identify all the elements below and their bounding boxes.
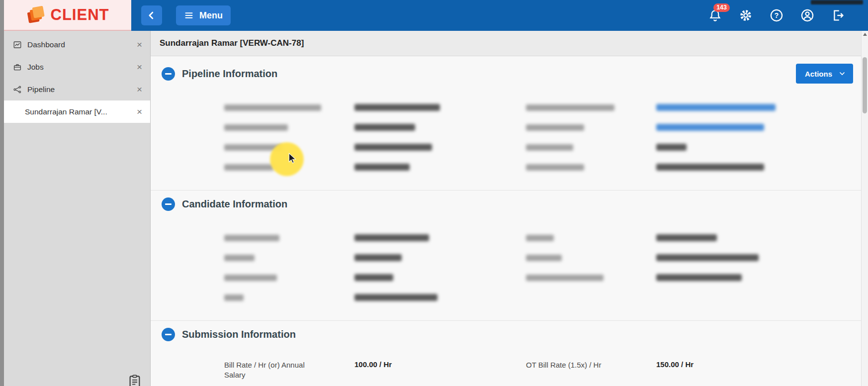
blurred-link-value[interactable] — [656, 124, 764, 131]
field-value: 100.00 / Hr — [354, 360, 392, 369]
blurred-field-row — [151, 118, 868, 138]
blurred-field-value — [354, 294, 437, 301]
blurred-field-label — [224, 164, 274, 171]
blurred-field-label — [224, 144, 282, 151]
close-icon[interactable]: × — [136, 107, 143, 116]
blurred-field-label — [224, 275, 277, 281]
scroll-up-arrow[interactable] — [863, 33, 867, 36]
blurred-field-label — [526, 124, 584, 131]
actions-button[interactable]: Actions — [796, 64, 853, 84]
sidebar-item-candidate-tab[interactable]: Sundarrajan Ramar [V... × — [4, 100, 150, 123]
sidebar-item-dashboard[interactable]: Dashboard × — [4, 33, 150, 56]
section-divider — [151, 190, 868, 191]
application-window: CLIENT Menu 143 — [0, 0, 868, 386]
blurred-link-value[interactable] — [656, 104, 776, 111]
menu-label: Menu — [199, 10, 223, 21]
sidebar-item-label: Dashboard — [27, 40, 65, 49]
brand-name: CLIENT — [51, 6, 109, 24]
hamburger-icon — [184, 10, 194, 20]
topbar-icon-group: 143 ? — [707, 7, 846, 23]
actions-label: Actions — [805, 70, 832, 78]
vertical-scrollbar[interactable] — [861, 31, 868, 386]
section-title: Candidate Information — [182, 198, 287, 210]
chevron-down-icon — [838, 70, 846, 78]
blurred-field-label — [224, 104, 321, 111]
blurred-field-row — [151, 269, 868, 289]
blurred-field-value — [656, 274, 742, 281]
blurred-field-row — [151, 138, 868, 158]
blurred-field-label — [526, 104, 614, 111]
sidebar-item-jobs[interactable]: Jobs × — [4, 56, 150, 78]
blurred-field-value — [354, 274, 393, 281]
section-divider — [151, 320, 868, 321]
logout-button[interactable] — [830, 7, 846, 23]
close-icon[interactable]: × — [136, 62, 143, 72]
notification-count-badge: 143 — [713, 3, 730, 12]
notifications-button[interactable]: 143 — [707, 7, 723, 23]
blurred-field-value — [354, 104, 440, 111]
submission-field-row: Bill Rate / Hr (or) Annual Salary 100.00… — [151, 359, 868, 380]
section-submission-information: Submission Information — [151, 323, 868, 346]
submission-fields: Bill Rate / Hr (or) Annual Salary 100.00… — [151, 359, 868, 380]
question-mark-icon: ? — [770, 8, 783, 22]
blurred-field-value — [354, 144, 432, 151]
blurred-field-row — [151, 289, 868, 308]
blurred-field-label — [526, 144, 573, 151]
sidebar-item-label: Pipeline — [27, 85, 55, 94]
pipeline-fields — [151, 98, 868, 178]
blurred-field-value — [354, 234, 429, 241]
left-edge-strip — [0, 0, 4, 386]
svg-text:?: ? — [775, 11, 779, 19]
chevron-left-icon — [146, 10, 157, 21]
client-logo-icon — [26, 5, 46, 25]
dashboard-chart-icon — [13, 40, 22, 49]
back-button[interactable] — [141, 5, 162, 25]
candidate-fields — [151, 229, 868, 308]
field-label: Bill Rate / Hr (or) Annual Salary — [224, 360, 321, 380]
pipeline-flow-icon — [13, 85, 22, 94]
page-title: Sundarrajan Ramar [VERW-CAN-78] — [151, 31, 868, 56]
field-label: OT Bill Rate (1.5x) / Hr — [526, 360, 601, 370]
profile-button[interactable] — [799, 7, 815, 23]
collapse-icon[interactable] — [162, 67, 175, 81]
partial-username-text — [811, 0, 863, 4]
close-icon[interactable]: × — [136, 85, 143, 94]
clipboard-icon[interactable] — [127, 374, 142, 386]
field-value: 150.00 / Hr — [656, 360, 694, 369]
logout-icon — [831, 8, 845, 22]
blurred-field-value — [354, 124, 415, 131]
blurred-field-label — [224, 294, 244, 301]
main-content: Sundarrajan Ramar [VERW-CAN-78] Pipeline… — [151, 31, 868, 386]
brand-logo[interactable]: CLIENT — [4, 0, 131, 31]
blurred-field-label — [224, 255, 255, 261]
section-candidate-information: Candidate Information — [151, 193, 868, 215]
blurred-field-label — [526, 255, 562, 261]
section-pipeline-information: Pipeline Information Actions — [151, 62, 868, 85]
sidebar-item-pipeline[interactable]: Pipeline × — [4, 78, 150, 100]
blurred-field-label — [224, 124, 288, 131]
sidebar-item-label: Jobs — [27, 63, 44, 72]
section-title: Submission Information — [182, 329, 296, 340]
help-button[interactable]: ? — [769, 7, 784, 23]
blurred-field-row — [151, 158, 868, 178]
collapse-icon[interactable] — [162, 197, 175, 211]
collapse-icon[interactable] — [162, 328, 175, 341]
minus-icon — [165, 73, 172, 75]
page-title-text: Sundarrajan Ramar [VERW-CAN-78] — [160, 38, 304, 48]
blurred-field-row — [151, 98, 868, 118]
top-navigation-bar: CLIENT Menu 143 — [4, 0, 868, 31]
blurred-field-label — [526, 275, 604, 281]
sidebar-item-label: Sundarrajan Ramar [V... — [25, 107, 107, 116]
minus-icon — [165, 203, 172, 205]
settings-button[interactable] — [738, 7, 754, 23]
gear-icon — [739, 8, 753, 22]
blurred-field-label — [526, 235, 554, 241]
blurred-field-value — [656, 164, 764, 171]
blurred-field-label — [224, 235, 279, 241]
blurred-field-row — [151, 249, 868, 269]
menu-button[interactable]: Menu — [176, 5, 231, 25]
minus-icon — [165, 334, 172, 335]
blurred-field-label — [526, 164, 584, 171]
close-icon[interactable]: × — [136, 40, 143, 49]
scrollbar-thumb[interactable] — [863, 57, 867, 113]
